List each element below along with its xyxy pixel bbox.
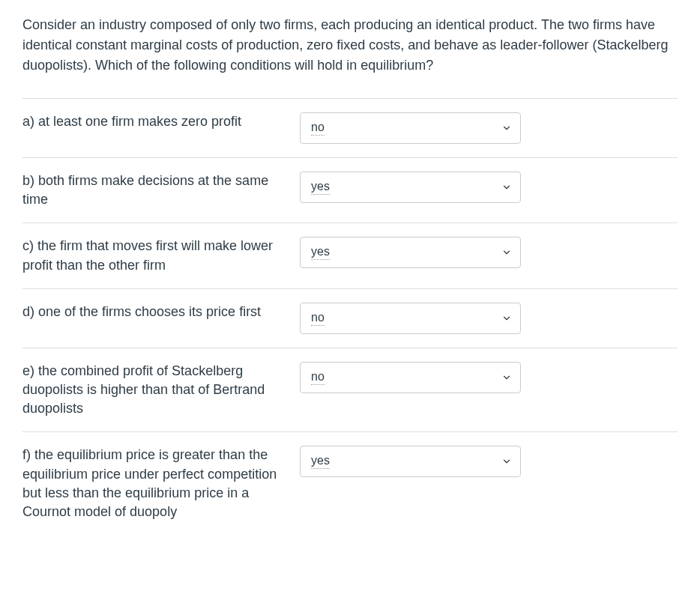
answer-row-d: d) one of the firms chooses its price fi… (22, 288, 678, 348)
select-wrapper-f: yes (300, 446, 521, 477)
answer-label-f: f) the equilibrium price is greater than… (22, 446, 300, 521)
answer-select-a[interactable]: no (300, 112, 521, 144)
select-wrapper-d: no (300, 303, 521, 334)
answer-label-a: a) at least one firm makes zero profit (22, 112, 300, 131)
answer-row-b: b) both firms make decisions at the same… (22, 157, 678, 222)
answer-label-b: b) both firms make decisions at the same… (22, 172, 300, 209)
select-wrapper-a: no (300, 112, 521, 144)
answer-select-value-a: no (311, 121, 325, 136)
answer-row-f: f) the equilibrium price is greater than… (22, 431, 678, 535)
select-wrapper-c: yes (300, 237, 521, 268)
answer-select-value-c: yes (311, 245, 330, 260)
answer-select-f[interactable]: yes (300, 446, 521, 477)
answer-label-e: e) the combined profit of Stackelberg du… (22, 362, 300, 419)
answer-select-value-f: yes (311, 454, 330, 469)
answer-select-e[interactable]: no (300, 362, 521, 393)
answer-select-value-e: no (311, 370, 325, 385)
answer-row-c: c) the firm that moves first will make l… (22, 222, 678, 288)
answer-label-d: d) one of the firms chooses its price fi… (22, 303, 300, 321)
answer-select-d[interactable]: no (300, 303, 521, 334)
select-wrapper-e: no (300, 362, 521, 393)
answer-select-value-d: no (311, 311, 325, 326)
select-wrapper-b: yes (300, 172, 521, 203)
answer-select-c[interactable]: yes (300, 237, 521, 268)
answer-row-e: e) the combined profit of Stackelberg du… (22, 348, 678, 432)
answer-select-value-b: yes (311, 180, 330, 195)
answer-label-c: c) the firm that moves first will make l… (22, 237, 300, 274)
answer-row-a: a) at least one firm makes zero profit n… (22, 98, 678, 157)
answer-select-b[interactable]: yes (300, 172, 521, 203)
question-stem: Consider an industry composed of only tw… (22, 15, 678, 76)
